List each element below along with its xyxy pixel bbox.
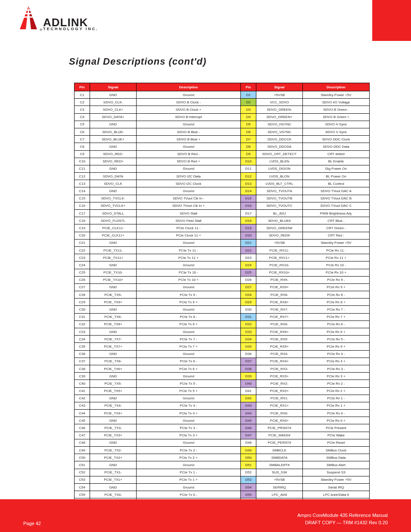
pin-r: D23 <box>241 254 256 261</box>
table-row: C6SDVO_BLUE-SDVO B Blue -D6SDVO_VSYNCSDV… <box>75 128 370 135</box>
pin-l: C45 <box>75 417 90 424</box>
registered-icon: ® <box>40 28 42 32</box>
pin-l: C23 <box>75 254 90 261</box>
pin-l: C53 <box>75 476 90 483</box>
pin-r: D3 <box>241 106 256 113</box>
pin-r: D8 <box>241 143 256 150</box>
signal-r: +5VSB <box>256 91 303 99</box>
signal-l: SDVO_DATA <box>90 173 137 180</box>
table-row: C36GNDGroundD36PCIE_RX4-PCIe Rx 4 - <box>75 350 370 358</box>
table-row: C26PCIE_TX10+PCIe Tx 10 +D26PCIE_RX9-PCI… <box>75 276 370 283</box>
signal-r: PCIE_RX9- <box>256 276 303 283</box>
signal-r: PCIE_RX10- <box>256 261 303 269</box>
signal-r: PCIE_RX5+ <box>256 343 303 350</box>
pin-l: C31 <box>75 313 90 320</box>
desc-r: PCIe Rx 8 + <box>303 299 370 306</box>
table-row: C7SDVO_BLUE+SDVO B Blue +D7SDVO_DDCCKSDV… <box>75 136 370 143</box>
table-row: C25PCIE_TX10-PCIe Tx 10 -D25PCIE_RX10+PC… <box>75 269 370 276</box>
desc-r: Standby Power +5V <box>303 239 370 246</box>
pin-r: D19 <box>241 224 256 232</box>
desc-r: PCIe Rx 6 - <box>303 320 370 328</box>
pin-r: D54 <box>241 483 256 491</box>
signal-l: GND <box>90 306 137 313</box>
pin-l: C13 <box>75 180 90 187</box>
desc-l: Ground <box>137 261 241 269</box>
desc-r: Serial IRQ <box>303 483 370 491</box>
desc-r: SDVO DDC Data <box>303 143 370 150</box>
pin-l: C52 <box>75 469 90 476</box>
signal-l: SDVO_FLDSTL <box>90 217 137 224</box>
signal-r: SUS_S3# <box>256 469 303 476</box>
pin-r: D31 <box>241 313 256 320</box>
desc-r: PCIe Rx 7 + <box>303 313 370 320</box>
table-row: C42GNDGroundD42PCIE_RX1-PCIe Rx 1 - <box>75 395 370 402</box>
desc-l: PCIe Tx 4 + <box>137 410 241 417</box>
desc-r: CRT detect <box>303 150 370 158</box>
header-signal-l: Signal <box>90 83 137 91</box>
signal-r: SDVO_VSYNC <box>256 128 303 135</box>
desc-l: SDVO B Red - <box>137 150 241 158</box>
signal-l: PCIE_TX4- <box>90 402 137 409</box>
pin-r: D6 <box>241 128 256 135</box>
desc-r: SDVO V Sync <box>303 128 370 135</box>
desc-l: PCIe Tx 3 + <box>137 432 241 439</box>
pin-r: D15 <box>241 195 256 202</box>
pin-r: D25 <box>241 269 256 276</box>
signal-l: PCIE_CLK11+ <box>90 232 137 239</box>
signal-l: SDVO_RED+ <box>90 158 137 165</box>
pin-l: C27 <box>75 283 90 291</box>
signal-r: SDVO_TVOUTA <box>256 187 303 195</box>
pin-l: C32 <box>75 320 90 328</box>
desc-l: SDVO TVout Clk In + <box>137 202 241 209</box>
desc-r: PCIe Rx 6 + <box>303 328 370 336</box>
signal-r: +5VSB <box>256 239 303 246</box>
signal-l: GND <box>90 239 137 246</box>
signal-l: PCIE_TX8- <box>90 313 137 320</box>
desc-l: PCIe Tx 5 + <box>137 387 241 395</box>
signal-l: PCIE_TX1- <box>90 469 137 476</box>
pin-r: D26 <box>241 276 256 283</box>
pin-l: C6 <box>75 128 90 135</box>
pin-r: D2 <box>241 99 256 106</box>
pin-r: D50 <box>241 454 256 461</box>
pin-r: D36 <box>241 350 256 358</box>
table-row: C11GNDGroundD11LVDS_DIGONDig Power On <box>75 165 370 172</box>
pin-r: D44 <box>241 410 256 417</box>
signal-r: PCIE_RX4+ <box>256 358 303 365</box>
table-row: C14GNDGroundD14SDVO_TVOUTASDVO TVout DAC… <box>75 187 370 195</box>
signal-r: PCIE_RX1+ <box>256 402 303 409</box>
signal-l: PCIE_TX10- <box>90 269 137 276</box>
table-row: C12SDVO_DATASDVO I2C DataD12LVDS_BLONBL … <box>75 173 370 180</box>
pin-l: C34 <box>75 336 90 343</box>
signal-l: GND <box>90 283 137 291</box>
desc-l: PCIe Tx 0 - <box>137 491 241 498</box>
signal-r: SMBDATA <box>256 454 303 461</box>
pin-l: C9 <box>75 150 90 158</box>
desc-l: SDVO TVout Clk In - <box>137 195 241 202</box>
desc-r: SMBus Alert <box>303 461 370 469</box>
signal-r: PCIE_RX0+ <box>256 417 303 424</box>
signal-r: SDVO_GREEN# <box>256 224 303 232</box>
signal-r: SDVO_TVOUTB <box>256 195 303 202</box>
pin-r: D27 <box>241 283 256 291</box>
desc-r: PCIe Rx 1 + <box>303 402 370 409</box>
corner-tab <box>372 0 411 41</box>
signal-r: PCIE_PERST# <box>256 439 303 446</box>
pin-r: D12 <box>241 173 256 180</box>
table-row: C18SDVO_FLDSTLSDVO Field StallD18SDVO_BL… <box>75 217 370 224</box>
signal-l: PCIE_TX1+ <box>90 476 137 483</box>
signal-r: SDVO_GREEN+ <box>256 113 303 121</box>
signal-l: GND <box>90 483 137 491</box>
table-row: C29PCIE_TX9+PCIe Tx 9 +D29PCIE_RX8+PCIe … <box>75 299 370 306</box>
signal-r: PCIE_PRSNT# <box>256 424 303 432</box>
desc-l: Ground <box>137 483 241 491</box>
pin-l: C25 <box>75 269 90 276</box>
signal-r: PCIE_RX11- <box>256 246 303 254</box>
signal-l: GND <box>90 373 137 380</box>
signal-l: PCIE_TX5- <box>90 380 137 387</box>
signal-l: PCIE_TX0- <box>90 491 137 498</box>
signal-l: PCIE_TX2+ <box>90 454 137 461</box>
signal-l: SDVO_CLK- <box>90 99 137 106</box>
signal-l: PCIE_TX2- <box>90 447 137 454</box>
desc-l: SDVO I2C Clock <box>137 180 241 187</box>
